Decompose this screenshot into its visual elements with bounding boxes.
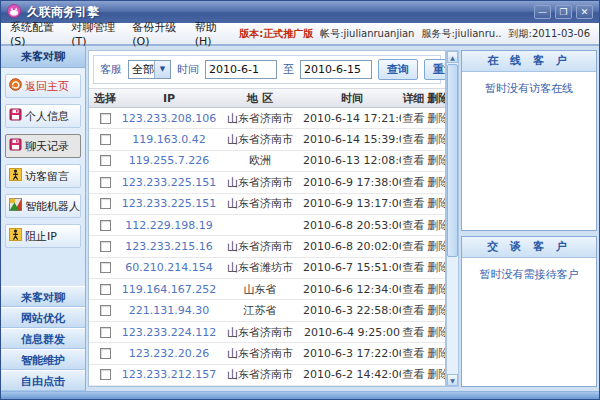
sidebar-nav-visitor-chat[interactable]: 来客对聊 bbox=[1, 286, 85, 307]
row-ip-link[interactable]: 119.163.0.42 bbox=[121, 133, 217, 146]
row-checkbox[interactable] bbox=[100, 134, 111, 145]
row-detail-link[interactable]: 查看 bbox=[401, 132, 426, 147]
row-region: 山东省潍坊市 bbox=[217, 260, 303, 275]
row-ip-link[interactable]: 112.229.198.19 bbox=[121, 219, 217, 232]
row-ip-link[interactable]: 119.164.167.252 bbox=[121, 283, 217, 296]
row-delete-link[interactable]: 删除 bbox=[426, 132, 446, 147]
row-time: 2010-6-3 22:58:00 bbox=[303, 304, 401, 317]
row-ip-link[interactable]: 123.233.224.112 bbox=[121, 326, 217, 339]
floppy-disk-icon bbox=[9, 108, 22, 124]
row-region: 江苏省 bbox=[217, 303, 303, 318]
scroll-down-icon[interactable]: ▼ bbox=[447, 374, 458, 386]
row-checkbox[interactable] bbox=[100, 305, 111, 316]
row-region: 欧洲 bbox=[217, 153, 303, 168]
row-ip-link[interactable]: 119.255.7.226 bbox=[121, 154, 217, 167]
row-checkbox[interactable] bbox=[100, 241, 111, 252]
row-checkbox[interactable] bbox=[100, 198, 111, 209]
close-button[interactable]: ✕ bbox=[576, 5, 593, 19]
to-label: 至 bbox=[283, 62, 294, 77]
sidebar-nav-free-click[interactable]: 自由点击 bbox=[1, 370, 85, 391]
row-checkbox[interactable] bbox=[100, 369, 111, 380]
row-ip-link[interactable]: 123.233.212.157 bbox=[121, 368, 217, 381]
scroll-up-icon[interactable]: ▲ bbox=[447, 51, 458, 63]
row-delete-link[interactable]: 删除 bbox=[426, 367, 446, 382]
sidebar-nav-message-broadcast[interactable]: 信息群发 bbox=[1, 328, 85, 349]
row-checkbox[interactable] bbox=[100, 220, 111, 231]
row-detail-link[interactable]: 查看 bbox=[401, 153, 426, 168]
sidebar-item-personal-info[interactable]: 个人信息 bbox=[5, 104, 81, 128]
row-detail-link[interactable]: 查看 bbox=[401, 282, 426, 297]
reset-button[interactable]: 重置 bbox=[424, 59, 446, 80]
row-region: 山东省济南市 bbox=[217, 346, 303, 361]
row-ip-link[interactable]: 123.233.225.151 bbox=[121, 176, 217, 189]
row-ip-link[interactable]: 123.233.225.151 bbox=[121, 197, 217, 210]
row-delete-link[interactable]: 删除 bbox=[426, 239, 446, 254]
row-detail-link[interactable]: 查看 bbox=[401, 260, 426, 275]
row-delete-link[interactable]: 删除 bbox=[426, 218, 446, 233]
row-detail-link[interactable]: 查看 bbox=[401, 218, 426, 233]
row-select-cell bbox=[89, 155, 121, 166]
main-area: 来客对聊 返回主页 bbox=[1, 46, 599, 391]
sidebar-item-label: 访客留言 bbox=[25, 169, 69, 184]
row-delete-link[interactable]: 删除 bbox=[426, 325, 446, 340]
row-ip-link[interactable]: 221.131.94.30 bbox=[121, 304, 217, 317]
sidebar-item-return-home[interactable]: 返回主页 bbox=[5, 74, 81, 98]
row-ip-link[interactable]: 123.233.215.16 bbox=[121, 240, 217, 253]
menu-help[interactable]: 帮助(H) bbox=[195, 20, 226, 48]
scrollbar-track[interactable] bbox=[447, 63, 458, 374]
filter-bar: 客服 全部 ▼ 时间 至 查询 重置 bbox=[93, 55, 441, 84]
row-delete-link[interactable]: 删除 bbox=[426, 153, 446, 168]
date-to-input[interactable] bbox=[300, 60, 372, 79]
row-time: 2010-6-14 17:21:00 bbox=[303, 112, 401, 125]
row-detail-link[interactable]: 查看 bbox=[401, 239, 426, 254]
row-delete-link[interactable]: 删除 bbox=[426, 260, 446, 275]
scrollbar-thumb[interactable] bbox=[447, 64, 458, 257]
right-column: 在 线 客 户 暂时没有访客在线 交 谈 客 户 暂时没有需接待客户 bbox=[461, 50, 597, 387]
row-detail-link[interactable]: 查看 bbox=[401, 346, 426, 361]
agent-select[interactable]: 全部 ▼ bbox=[128, 60, 171, 79]
sidebar-item-smart-robot[interactable]: 智能机器人 bbox=[5, 194, 81, 218]
row-ip-link[interactable]: 60.210.214.154 bbox=[121, 261, 217, 274]
row-detail-link[interactable]: 查看 bbox=[401, 367, 426, 382]
row-ip-link[interactable]: 123.233.208.106 bbox=[121, 112, 217, 125]
sidebar-nav-smart-maintain[interactable]: 智能维护 bbox=[1, 349, 85, 370]
row-checkbox[interactable] bbox=[100, 262, 111, 273]
row-checkbox[interactable] bbox=[100, 348, 111, 359]
row-delete-link[interactable]: 删除 bbox=[426, 303, 446, 318]
window-controls: — ❐ ✕ bbox=[534, 5, 593, 19]
row-detail-link[interactable]: 查看 bbox=[401, 196, 426, 211]
menu-backup-upgrade[interactable]: 备份升级(O) bbox=[132, 20, 182, 48]
row-select-cell bbox=[89, 241, 121, 252]
row-detail-link[interactable]: 查看 bbox=[401, 111, 426, 126]
row-checkbox[interactable] bbox=[100, 327, 111, 338]
row-detail-link[interactable]: 查看 bbox=[401, 303, 426, 318]
row-delete-link[interactable]: 删除 bbox=[426, 175, 446, 190]
minimize-button[interactable]: — bbox=[534, 5, 551, 19]
row-detail-link[interactable]: 查看 bbox=[401, 325, 426, 340]
sidebar-nav-site-optimize[interactable]: 网站优化 bbox=[1, 307, 85, 328]
row-delete-link[interactable]: 删除 bbox=[426, 196, 446, 211]
table-header: 选择 IP 地 区 时间 详细 删除 bbox=[89, 88, 445, 108]
row-checkbox[interactable] bbox=[100, 155, 111, 166]
sidebar-item-visitor-message[interactable]: 访客留言 bbox=[5, 164, 81, 188]
table-row: 221.131.94.30 江苏省 2010-6-3 22:58:00 查看 删… bbox=[89, 300, 446, 321]
row-detail-link[interactable]: 查看 bbox=[401, 175, 426, 190]
menu-chat-manage[interactable]: 对聊管理(T) bbox=[71, 20, 119, 48]
row-checkbox[interactable] bbox=[100, 284, 111, 295]
row-checkbox[interactable] bbox=[100, 113, 111, 124]
row-delete-link[interactable]: 删除 bbox=[426, 346, 446, 361]
app-logo-icon bbox=[7, 4, 21, 21]
maximize-button[interactable]: ❐ bbox=[555, 5, 572, 19]
sidebar-item-block-ip[interactable]: 阻止IP bbox=[5, 224, 81, 248]
sidebar-item-chat-history[interactable]: 聊天记录 bbox=[5, 134, 81, 158]
date-from-input[interactable] bbox=[205, 60, 277, 79]
row-delete-link[interactable]: 删除 bbox=[426, 111, 446, 126]
row-checkbox[interactable] bbox=[100, 177, 111, 188]
row-delete-link[interactable]: 删除 bbox=[426, 282, 446, 297]
account-label: 帐号:jiulianruanjian bbox=[320, 27, 414, 41]
menu-system-config[interactable]: 系统配置(S) bbox=[10, 20, 58, 48]
query-button[interactable]: 查询 bbox=[378, 59, 418, 80]
vertical-scrollbar[interactable]: ▲ ▼ bbox=[446, 50, 459, 387]
row-ip-link[interactable]: 123.232.20.26 bbox=[121, 347, 217, 360]
sidebar-item-label: 阻止IP bbox=[25, 229, 57, 244]
